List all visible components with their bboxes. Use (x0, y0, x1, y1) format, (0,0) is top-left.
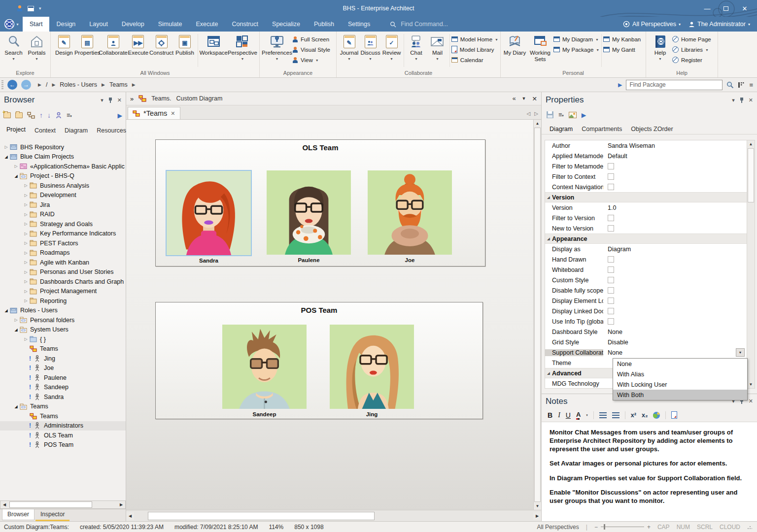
tree-item[interactable]: ▷Roadmaps (0, 248, 126, 258)
tree-item[interactable]: !POS Team (0, 440, 126, 450)
tree-item[interactable]: ▷Key Performance Indicators (0, 229, 126, 239)
calendar-button[interactable]: Calendar (451, 55, 498, 65)
properties-tab-compartments[interactable]: Compartments (578, 124, 626, 134)
scroll-left-icon[interactable]: ◀ (126, 512, 134, 520)
browser-hamburger-icon[interactable]: ≡▾ (67, 112, 72, 119)
tab-scroll-left-icon[interactable]: ◁ (527, 111, 531, 116)
property-row[interactable]: Custom Style (545, 275, 755, 285)
grid-vertical-scrollbar[interactable]: ▲ ▼ (747, 140, 755, 388)
collaborate-button[interactable]: Collaborate (100, 33, 127, 56)
home-page-button[interactable]: Home Page (672, 34, 711, 44)
zoom-in-icon[interactable]: + (647, 524, 651, 531)
expand-icon[interactable]: ▷ (23, 251, 29, 255)
actor-joe[interactable]: Joe (368, 170, 452, 263)
tab-design[interactable]: Design (49, 17, 82, 32)
property-row[interactable]: Whiteboard (545, 265, 755, 275)
property-value[interactable]: 1.0 (603, 204, 616, 211)
expand-icon[interactable]: ▷ (23, 202, 29, 207)
collapse-icon[interactable]: ◢ (13, 174, 19, 178)
browser-tab-project[interactable]: Project (3, 125, 29, 135)
property-value[interactable]: Sandra Wiseman (603, 142, 655, 149)
tree-item[interactable]: ▷Agile with Kanban (0, 258, 126, 267)
expand-icon[interactable]: ▷ (23, 183, 29, 188)
nav-expand-icon[interactable]: ▶ (618, 82, 622, 88)
tree-item[interactable]: !Joe (0, 364, 126, 373)
scroll-right-icon[interactable]: ▶ (117, 501, 125, 508)
back-button[interactable]: ← (7, 80, 17, 90)
tab-close-icon[interactable]: ✕ (171, 110, 175, 117)
journal-button[interactable]: ✎ Journal▼ (339, 33, 360, 61)
bottom-tab-browser[interactable]: Browser (2, 509, 34, 520)
bottom-tab-inspector[interactable]: Inspector (35, 509, 69, 521)
expand-icon[interactable]: ▷ (23, 279, 29, 284)
minimize-button[interactable]: — (699, 2, 716, 15)
collapse-icon[interactable]: ◢ (13, 404, 19, 409)
browser-menu-icon[interactable]: ▾ (101, 97, 103, 103)
property-row[interactable]: Filter to Metamodel (545, 161, 755, 171)
property-row[interactable]: Disable fully scoped o... (545, 285, 755, 296)
tab-publish[interactable]: Publish (307, 17, 341, 32)
property-value[interactable]: None (603, 329, 622, 335)
property-row[interactable]: Display Element Lock... (545, 296, 755, 306)
scroll-right-icon[interactable]: ▶ (533, 512, 541, 520)
user-avatar-icon[interactable] (17, 5, 23, 11)
tree-item[interactable]: Teams (0, 344, 126, 354)
diagram-horizontal-scrollbar[interactable]: ◀ ▶ (126, 510, 541, 521)
collapse-icon[interactable]: ◢ (13, 328, 19, 332)
scroll-left-icon[interactable]: ◀ (0, 501, 8, 508)
expand-icon[interactable]: ▷ (23, 212, 29, 217)
browser-expand-icon[interactable]: ▶ (117, 112, 122, 119)
scroll-up-icon[interactable]: ▲ (534, 120, 541, 127)
tab-construct[interactable]: Construct (225, 17, 266, 32)
bullet-list-button[interactable] (599, 412, 607, 418)
expand-icon[interactable]: ▷ (23, 270, 29, 274)
property-row[interactable]: Display Linked Docu... (545, 306, 755, 316)
model-library-button[interactable]: Model Library (451, 44, 498, 55)
browser-tab-context[interactable]: Context (31, 126, 59, 135)
nav-menu-icon[interactable]: ≡ (749, 81, 753, 89)
notes-text[interactable]: Monitor Chat Messages from users and tea… (542, 422, 757, 521)
hyperlink-globe-icon[interactable] (653, 412, 660, 419)
zoom-out-icon[interactable]: − (594, 524, 598, 531)
zoom-slider-handle[interactable] (604, 524, 605, 530)
property-row[interactable]: Applied MetamodelDefault (545, 151, 755, 161)
tree-item[interactable]: ▷Personas and User Stories (0, 267, 126, 277)
ols-team-boundary[interactable]: OLS Team (155, 139, 485, 266)
tree-item[interactable]: Teams (0, 411, 126, 421)
tree-item[interactable]: ▷PEST Factors (0, 238, 126, 248)
property-row[interactable]: Dashboard StyleNone (545, 327, 755, 337)
property-checkbox[interactable] (608, 308, 614, 314)
tree-item[interactable]: ▷Reporting (0, 296, 126, 306)
publish-button[interactable]: ▣ Publish (173, 33, 196, 56)
current-user-menu[interactable]: The Administrator▾ (688, 21, 750, 28)
save-icon[interactable] (547, 111, 553, 118)
property-row[interactable]: Version1.0 (545, 202, 755, 213)
execute-button[interactable]: ▶▶ Execute (127, 33, 150, 56)
discuss-button[interactable]: Discuss▼ (360, 33, 381, 61)
new-diagram-icon[interactable] (27, 112, 35, 119)
tree-item[interactable]: ▷Dashboards Charts and Graph (0, 277, 126, 287)
tree-item[interactable]: ▷Development (0, 191, 126, 200)
tree-item[interactable]: ▷BHS Repository (0, 142, 126, 152)
actor-sandra[interactable]: Sandra (167, 171, 251, 264)
view-button[interactable]: View▼ (292, 55, 330, 65)
tree-item[interactable]: ▷{ } (0, 334, 126, 344)
find-package-input[interactable] (626, 80, 723, 90)
tab-start[interactable]: Start (23, 17, 49, 32)
appearance-image-icon[interactable] (569, 112, 577, 118)
maximize-button[interactable] (718, 2, 734, 15)
diagram-vertical-scrollbar[interactable]: ▲ ▼ (533, 120, 541, 510)
dropdown-button[interactable]: ▼ (736, 348, 745, 357)
expand-icon[interactable]: ▷ (23, 241, 29, 245)
expand-icon[interactable]: ▷ (23, 193, 29, 198)
review-button[interactable]: ✓ Review▼ (381, 33, 402, 61)
construct-button[interactable]: Construct (149, 33, 173, 56)
tab-layout[interactable]: Layout (82, 17, 115, 32)
expand-icon[interactable]: ▷ (23, 289, 29, 294)
property-row[interactable]: Context Navigation (545, 182, 755, 192)
tree-item[interactable]: ▷Jira (0, 200, 126, 210)
breadcrumb-root[interactable]: / (46, 81, 47, 88)
tree-item[interactable]: ◢Roles - Users (0, 306, 126, 316)
collapse-all-icon[interactable]: « (513, 95, 516, 102)
search-button[interactable]: Search▼ (2, 33, 25, 61)
